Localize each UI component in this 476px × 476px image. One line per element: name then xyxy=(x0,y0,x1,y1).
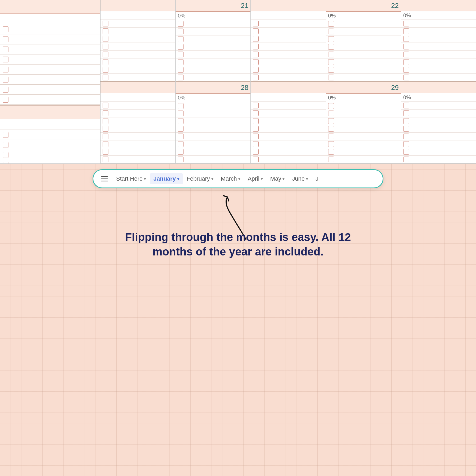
task-checkbox[interactable] xyxy=(328,21,334,27)
task-checkbox[interactable] xyxy=(253,44,259,49)
task-checkbox[interactable] xyxy=(3,132,8,138)
task-checkbox[interactable] xyxy=(328,36,334,42)
task-checkbox[interactable] xyxy=(253,52,259,57)
task-checkbox[interactable] xyxy=(103,67,108,73)
task-checkbox[interactable] xyxy=(253,36,259,42)
task-checkbox[interactable] xyxy=(103,157,108,162)
task-checkbox[interactable] xyxy=(103,52,108,57)
task-checkbox[interactable] xyxy=(253,28,259,34)
task-checkbox[interactable] xyxy=(103,75,108,80)
task-checkbox[interactable] xyxy=(178,157,184,162)
task-checkbox[interactable] xyxy=(178,36,184,42)
task-checkbox[interactable] xyxy=(253,59,259,65)
task-checkbox[interactable] xyxy=(403,134,409,139)
tab-start-here[interactable]: Start Here ▾ xyxy=(112,173,150,184)
task-checkbox[interactable] xyxy=(328,141,334,147)
task-checkbox[interactable] xyxy=(253,141,259,147)
task-checkbox[interactable] xyxy=(178,103,184,109)
task-checkbox[interactable] xyxy=(178,126,184,132)
task-checkbox[interactable] xyxy=(178,149,184,155)
task-checkbox[interactable] xyxy=(178,75,184,80)
task-checkbox[interactable] xyxy=(3,77,8,83)
task-checkbox[interactable] xyxy=(253,118,259,124)
task-checkbox[interactable] xyxy=(103,21,108,26)
task-checkbox[interactable] xyxy=(253,75,259,80)
task-checkbox[interactable] xyxy=(403,67,409,73)
tab-march[interactable]: March ▾ xyxy=(217,173,244,184)
task-checkbox[interactable] xyxy=(178,21,184,27)
task-checkbox[interactable] xyxy=(103,28,108,34)
task-checkbox[interactable] xyxy=(178,111,184,116)
task-checkbox[interactable] xyxy=(328,75,334,80)
task-checkbox[interactable] xyxy=(253,134,259,139)
task-checkbox[interactable] xyxy=(178,44,184,50)
task-checkbox[interactable] xyxy=(403,44,409,49)
tab-april[interactable]: April ▾ xyxy=(244,173,267,184)
task-checkbox[interactable] xyxy=(403,36,409,42)
task-checkbox[interactable] xyxy=(403,118,409,124)
task-checkbox[interactable] xyxy=(3,47,8,52)
tab-january[interactable]: January ▾ xyxy=(150,173,183,184)
task-checkbox[interactable] xyxy=(178,29,184,34)
task-checkbox[interactable] xyxy=(253,103,259,108)
task-checkbox[interactable] xyxy=(328,157,334,162)
task-checkbox[interactable] xyxy=(253,21,259,26)
hamburger-menu-button[interactable] xyxy=(99,173,110,185)
task-checkbox[interactable] xyxy=(253,149,259,155)
task-checkbox[interactable] xyxy=(3,152,8,158)
task-checkbox[interactable] xyxy=(103,103,108,108)
task-checkbox[interactable] xyxy=(403,157,409,162)
task-checkbox[interactable] xyxy=(403,59,409,65)
task-checkbox[interactable] xyxy=(103,44,108,49)
task-checkbox[interactable] xyxy=(3,97,8,103)
task-checkbox[interactable] xyxy=(178,141,184,147)
task-checkbox[interactable] xyxy=(328,111,334,116)
task-checkbox[interactable] xyxy=(178,52,184,57)
task-checkbox[interactable] xyxy=(103,110,108,116)
task-checkbox[interactable] xyxy=(328,134,334,139)
task-checkbox[interactable] xyxy=(403,141,409,147)
task-checkbox[interactable] xyxy=(3,26,8,32)
task-checkbox[interactable] xyxy=(103,118,108,124)
task-checkbox[interactable] xyxy=(403,149,409,155)
task-checkbox[interactable] xyxy=(403,75,409,80)
task-checkbox[interactable] xyxy=(178,134,184,139)
task-checkbox[interactable] xyxy=(328,52,334,57)
task-checkbox[interactable] xyxy=(403,52,409,57)
task-checkbox[interactable] xyxy=(328,67,334,73)
task-checkbox[interactable] xyxy=(103,149,108,155)
task-checkbox[interactable] xyxy=(103,59,108,65)
task-checkbox[interactable] xyxy=(253,126,259,132)
task-checkbox[interactable] xyxy=(178,118,184,124)
task-checkbox[interactable] xyxy=(253,67,259,73)
task-checkbox[interactable] xyxy=(328,118,334,124)
task-checkbox[interactable] xyxy=(403,28,409,34)
task-checkbox[interactable] xyxy=(178,67,184,73)
task-checkbox[interactable] xyxy=(328,149,334,155)
task-checkbox[interactable] xyxy=(103,36,108,42)
task-checkbox[interactable] xyxy=(403,103,409,108)
task-checkbox[interactable] xyxy=(328,29,334,34)
task-checkbox[interactable] xyxy=(103,126,108,132)
task-checkbox[interactable] xyxy=(3,57,8,62)
task-checkbox[interactable] xyxy=(178,59,184,65)
task-checkbox[interactable] xyxy=(3,67,8,72)
task-checkbox[interactable] xyxy=(403,21,409,26)
task-checkbox[interactable] xyxy=(403,110,409,116)
task-checkbox[interactable] xyxy=(3,162,8,164)
task-checkbox[interactable] xyxy=(103,134,108,139)
task-checkbox[interactable] xyxy=(328,44,334,50)
task-checkbox[interactable] xyxy=(3,36,8,42)
tab-june[interactable]: June ▾ xyxy=(288,173,312,184)
tab-february[interactable]: February ▾ xyxy=(183,173,217,184)
tab-may[interactable]: May ▾ xyxy=(267,173,289,184)
task-checkbox[interactable] xyxy=(328,103,334,109)
task-checkbox[interactable] xyxy=(3,142,8,148)
task-checkbox[interactable] xyxy=(3,87,8,93)
task-checkbox[interactable] xyxy=(328,59,334,65)
task-checkbox[interactable] xyxy=(253,110,259,116)
tab-j-overflow[interactable]: J xyxy=(312,173,322,184)
task-checkbox[interactable] xyxy=(328,126,334,132)
task-checkbox[interactable] xyxy=(403,126,409,132)
task-checkbox[interactable] xyxy=(253,157,259,162)
